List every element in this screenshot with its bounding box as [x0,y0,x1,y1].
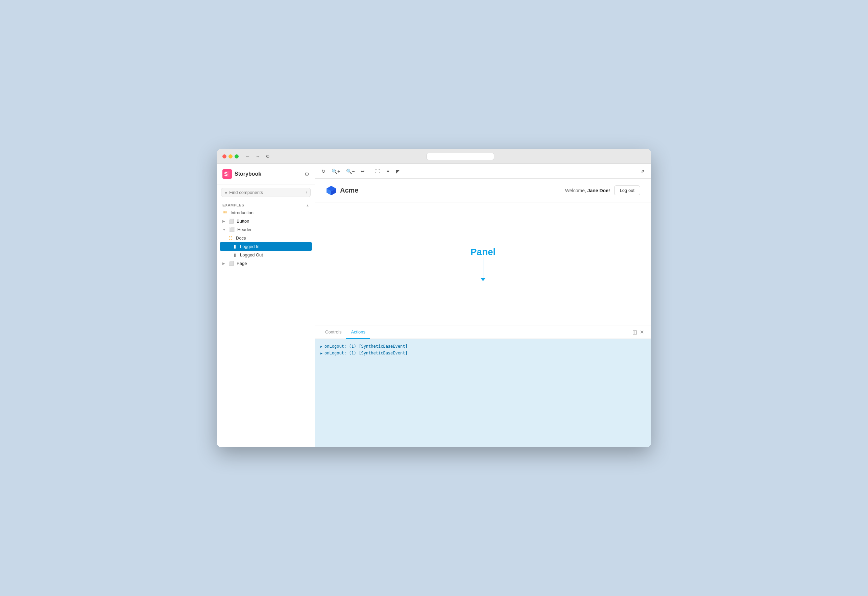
welcome-text: Welcome, Jane Doe! [565,188,610,193]
nav-buttons: ← → ↻ [244,153,271,160]
arrow-head-icon [480,278,486,281]
close-panel-button[interactable]: ✕ [639,328,646,336]
panel-arrow [480,257,486,281]
panel-label: Panel [471,246,496,257]
log-text: onLogout: (1) [SyntheticBaseEvent] [325,344,407,349]
panel-indicator: Panel [471,246,496,281]
toolbar-separator [370,168,370,175]
forward-button[interactable]: → [254,153,261,160]
browser-window: ← → ↻ localhost S Storybook ⚙ [217,149,651,447]
sidebar-item-label: Page [236,261,247,266]
acme-cube-icon [326,185,337,196]
tab-actions[interactable]: Actions [346,325,370,339]
section-collapse-button[interactable]: ▲ [306,204,309,207]
log-arrow-icon: ▶ [320,351,322,355]
sidebar-item-logged-out[interactable]: ▮ Logged Out [217,251,315,259]
sidebar-item-header[interactable]: ▼ ⬜ Header [217,225,315,234]
address-bar: localhost [275,153,646,160]
tab-controls[interactable]: Controls [320,325,346,339]
sidebar-header: S Storybook ⚙ [217,164,315,184]
preview-center: Panel [315,202,651,325]
zoom-reset-button[interactable]: ↩ [358,167,367,176]
doc-icon: ☷ [222,210,228,215]
reload-button[interactable]: ↻ [264,153,271,160]
browser-body: S Storybook ⚙ ● / EXAMPLES ▲ ☷ Introduct… [217,164,651,447]
panel-content: ▶ onLogout: (1) [SyntheticBaseEvent] ▶ o… [315,339,651,447]
sync-button[interactable]: ↻ [319,167,328,176]
search-bar[interactable]: ● / [221,188,311,197]
settings-button[interactable]: ⚙ [304,171,309,177]
close-button[interactable] [222,154,226,158]
component-icon: ⬜ [229,218,234,224]
layout-button[interactable]: ⛶ [373,167,382,176]
grid-button[interactable]: ✦ [384,167,393,176]
zoom-out-button[interactable]: 🔍− [344,167,357,176]
acme-title: Acme [340,186,358,194]
sidebar-item-button[interactable]: ▶ ⬜ Button [217,217,315,225]
traffic-lights [222,154,239,158]
search-input[interactable] [229,190,304,195]
panel-tabs: Controls Actions ◫ ✕ [315,325,651,339]
search-shortcut: / [306,190,307,195]
component-icon: ⬜ [229,261,234,266]
acme-logo: Acme [326,185,358,196]
log-text: onLogout: (1) [SyntheticBaseEvent] [325,351,407,356]
storybook-logo-icon: S [222,169,232,179]
acme-header: Acme Welcome, Jane Doe! Log out [315,179,651,202]
sidebar-item-label: Logged Out [240,252,263,257]
address-input[interactable]: localhost [427,153,494,160]
bottom-panel: Controls Actions ◫ ✕ ▶ onLogout: (1) [Sy… [315,325,651,447]
main-content: ↻ 🔍+ 🔍− ↩ ⛶ ✦ ◤ ⇗ [315,164,651,447]
acme-right-section: Welcome, Jane Doe! Log out [565,186,640,195]
sidebar-item-label: Docs [236,236,246,240]
logout-button[interactable]: Log out [614,186,640,195]
sidebar-item-label: Header [237,227,252,232]
sidebar-item-docs[interactable]: ☷ Docs [217,234,315,242]
sidebar-item-label: Button [236,218,249,224]
open-external-button[interactable]: ⇗ [638,167,647,176]
minimize-button[interactable] [229,154,233,158]
split-panel-button[interactable]: ◫ [631,328,639,336]
zoom-in-button[interactable]: 🔍+ [329,167,342,176]
collapsed-arrow-icon: ▶ [222,261,225,265]
expanded-arrow-icon: ▼ [222,228,226,232]
sidebar-item-page[interactable]: ▶ ⬜ Page [217,259,315,268]
log-entry-2: ▶ onLogout: (1) [SyntheticBaseEvent] [320,350,646,357]
svg-text:S: S [224,171,228,177]
storybook-title: Storybook [235,171,261,177]
fullscreen-button[interactable]: ◤ [394,167,402,176]
sidebar: S Storybook ⚙ ● / EXAMPLES ▲ ☷ Introduct… [217,164,315,447]
search-icon: ● [225,190,227,195]
component-icon: ⬜ [229,227,235,232]
section-title: EXAMPLES [222,203,244,207]
sidebar-item-label: Introduction [230,210,254,215]
doc-icon: ☷ [228,236,233,240]
arrow-line [483,257,483,278]
sidebar-item-introduction[interactable]: ☷ Introduction [217,208,315,217]
preview-area: Acme Welcome, Jane Doe! Log out Panel [315,179,651,325]
maximize-button[interactable] [235,154,239,158]
bookmark-icon: ▮ [232,244,237,249]
section-header: EXAMPLES ▲ [217,201,315,208]
back-button[interactable]: ← [244,153,251,160]
logo-area: S Storybook [222,169,261,179]
log-entry-1: ▶ onLogout: (1) [SyntheticBaseEvent] [320,343,646,350]
title-bar: ← → ↻ localhost [217,149,651,164]
toolbar: ↻ 🔍+ 🔍− ↩ ⛶ ✦ ◤ ⇗ [315,164,651,179]
sidebar-item-logged-in[interactable]: ▮ Logged In [220,242,312,251]
bookmark-icon: ▮ [232,252,237,257]
sidebar-item-label: Logged In [240,244,260,249]
log-arrow-icon: ▶ [320,345,322,348]
collapsed-arrow-icon: ▶ [222,219,225,223]
